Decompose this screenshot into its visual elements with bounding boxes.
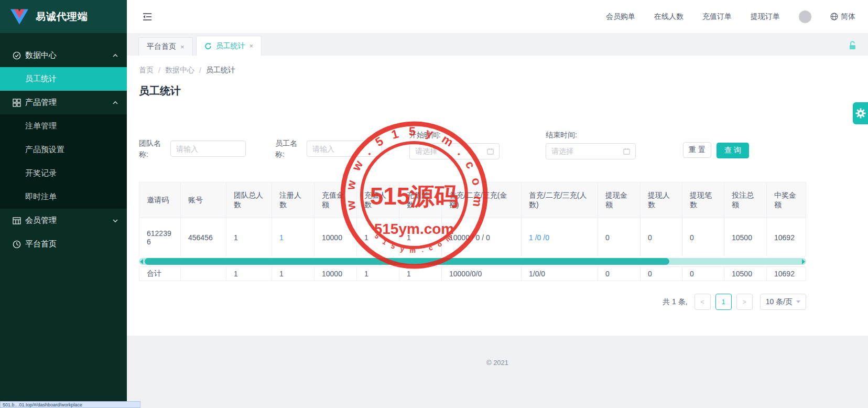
scroll-right-arrow-icon[interactable]: [802, 259, 805, 264]
submenu-data-center: 员工统计: [0, 67, 127, 91]
current-page-button[interactable]: 1: [715, 294, 732, 310]
nav-member-orders[interactable]: 会员购单: [606, 12, 635, 22]
sum-label: 合计: [139, 267, 181, 281]
cell-team-total: 1: [226, 218, 272, 256]
sum-recharge-amount: 10000: [314, 267, 357, 281]
sidebar-item-lottery-records[interactable]: 开奖记录: [0, 162, 127, 185]
sidebar-item-label: 注单管理: [25, 121, 57, 131]
close-icon[interactable]: ×: [249, 42, 254, 50]
sidebar-item-platform-home[interactable]: 平台首页: [0, 232, 127, 256]
sum-withdraw-amount: 0: [598, 267, 641, 281]
start-time-label: 开始时间:: [409, 131, 500, 140]
circle-check-icon: [13, 51, 21, 60]
table-header-row: 邀请码 账号 团队总人数 注册人数 充值金额 充值人数 充值笔数 首充/二充/三…: [139, 182, 806, 218]
language-label: 简体: [841, 12, 855, 22]
sidebar-group-product-mgmt[interactable]: 产品管理: [0, 91, 127, 114]
end-time-picker[interactable]: 请选择: [546, 143, 636, 159]
next-page-button[interactable]: >: [736, 294, 753, 310]
cell-win-amount: 10692: [767, 218, 806, 256]
prev-page-button[interactable]: <: [695, 294, 711, 310]
breadcrumb: 首页 / 数据中心 / 员工统计: [139, 66, 868, 75]
language-switcher[interactable]: 简体: [830, 12, 855, 22]
close-icon[interactable]: ×: [180, 43, 185, 51]
col-first-recharge-people: 首充/二充/三充(人数): [522, 182, 598, 218]
team-name-label: 团队名称:: [139, 138, 164, 159]
col-registered: 注册人数: [272, 182, 314, 218]
cell-registered-link[interactable]: 1: [272, 218, 314, 256]
tab-platform-home[interactable]: 平台首页 ×: [138, 37, 193, 56]
app-title: 易诚代理端: [36, 10, 88, 24]
breadcrumb-home[interactable]: 首页: [139, 66, 154, 75]
staff-stats-table: 邀请码 账号 团队总人数 注册人数 充值金额 充值人数 充值笔数 首充/二充/三…: [139, 182, 806, 281]
breadcrumb-separator: /: [199, 66, 201, 74]
staff-name-input[interactable]: [307, 141, 382, 157]
col-recharge-amount: 充值金额: [314, 182, 357, 218]
sum-recharge-count: 1: [399, 267, 442, 281]
sum-win-amount: 10692: [767, 267, 806, 281]
breadcrumb-data-center[interactable]: 数据中心: [165, 66, 194, 75]
cell-bet-total: 10500: [724, 218, 767, 256]
col-team-total: 团队总人数: [226, 182, 272, 218]
menu-fold-icon[interactable]: [142, 11, 153, 23]
sum-recharge-people: 1: [357, 267, 399, 281]
nav-withdraw-orders[interactable]: 提现订单: [751, 12, 780, 22]
tab-bar: 平台首页 × 员工统计 ×: [127, 33, 868, 56]
scrollbar-track[interactable]: [145, 258, 800, 265]
sidebar-item-staff-stats[interactable]: 员工统计: [0, 67, 127, 91]
page-content: 首页 / 数据中心 / 员工统计 员工统计 团队名称: 员工名称: 开始时间:: [127, 56, 868, 336]
dashboard-icon: [13, 240, 21, 249]
chevron-down-icon: [112, 218, 118, 224]
sum-first-recharge-amount: 10000/0/0: [442, 267, 522, 281]
tab-staff-stats[interactable]: 员工统计 ×: [196, 36, 262, 56]
cell-withdraw-count: 0: [682, 218, 724, 256]
vue-logo-icon: [10, 9, 28, 25]
lock-toggle[interactable]: [849, 41, 856, 51]
col-invite-code: 邀请码: [139, 182, 181, 218]
chevron-up-icon: [112, 52, 118, 59]
cell-withdraw-amount: 0: [598, 218, 641, 256]
pagination-total: 共 1 条,: [663, 297, 687, 307]
status-url-text: 501.b…01.top/#/dashboard/workplace: [3, 402, 82, 407]
sidebar-group-label: 会员管理: [25, 216, 57, 226]
cell-first-recharge-people-link[interactable]: 1 /0 /0: [522, 218, 598, 256]
breadcrumb-current: 员工统计: [206, 66, 235, 75]
col-account: 账号: [181, 182, 226, 218]
col-withdraw-people: 提现人数: [641, 182, 682, 218]
horizontal-scrollbar: [139, 258, 806, 265]
sidebar-item-label: 平台首页: [25, 239, 57, 249]
pagination: 共 1 条, < 1 > 10 条/页: [139, 294, 806, 310]
nav-recharge-orders[interactable]: 充值订单: [702, 12, 732, 22]
col-withdraw-count: 提现笔数: [682, 182, 724, 218]
user-avatar[interactable]: [799, 10, 811, 23]
sidebar-group-data-center[interactable]: 数据中心: [0, 44, 127, 67]
sidebar-item-label: 产品预设置: [25, 145, 64, 155]
cell-withdraw-people: 0: [641, 218, 682, 256]
sidebar-item-label: 员工统计: [25, 74, 57, 84]
appstore-icon: [13, 99, 21, 107]
cell-recharge-people: 1: [357, 218, 399, 256]
settings-fab[interactable]: [853, 102, 868, 124]
page-size-select[interactable]: 10 条/页: [760, 294, 806, 310]
query-button[interactable]: 查 询: [717, 143, 749, 158]
nav-online-count[interactable]: 在线人数: [654, 12, 683, 22]
date-placeholder: 请选择: [415, 147, 487, 156]
scrollbar-thumb[interactable]: [145, 258, 669, 265]
caret-down-icon: [796, 300, 800, 303]
sidebar-item-bet-order-mgmt[interactable]: 注单管理: [0, 114, 127, 138]
gear-icon: [855, 108, 866, 119]
sum-account: [181, 267, 226, 281]
sum-team-total: 1: [226, 267, 272, 281]
start-time-picker[interactable]: 请选择: [409, 143, 500, 159]
sidebar-item-product-preset[interactable]: 产品预设置: [0, 138, 127, 162]
team-name-input[interactable]: [170, 141, 246, 157]
reset-button[interactable]: 重 置: [683, 142, 711, 158]
scroll-left-arrow-icon[interactable]: [140, 259, 143, 264]
sidebar-item-realtime-bets[interactable]: 即时注单: [0, 185, 127, 209]
refresh-icon: [204, 42, 212, 50]
table-summary-row: 合计 1 1 10000 1 1 10000/0/0 1/0/0 0 0 0 1…: [139, 266, 806, 281]
page-title: 员工统计: [139, 84, 868, 98]
col-win-amount: 中奖金额: [767, 182, 806, 218]
sum-registered: 1: [272, 267, 314, 281]
cell-first-recharge-amount: 10000 / 0 / 0: [442, 218, 522, 256]
sidebar-group-member-mgmt[interactable]: 会员管理: [0, 209, 127, 232]
